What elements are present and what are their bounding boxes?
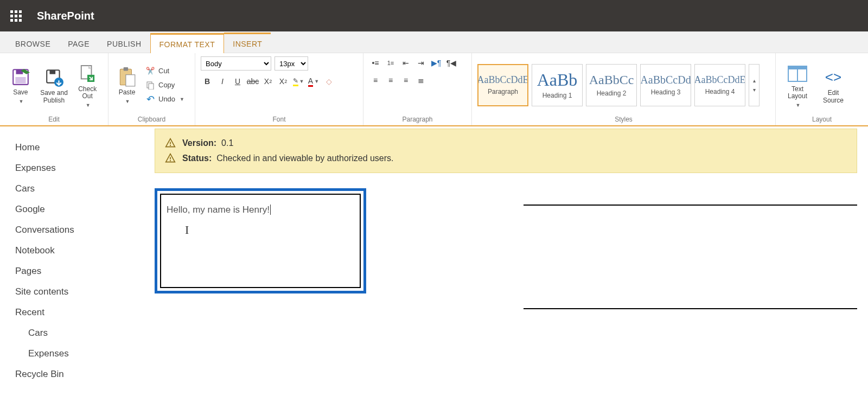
ltr-icon: ▶¶ bbox=[431, 59, 442, 67]
style-gallery: AaBbCcDdE Paragraph AaBb Heading 1 AaBbC… bbox=[477, 64, 760, 106]
chevron-down-icon: ▼ bbox=[180, 97, 184, 102]
undo-icon: ↶ bbox=[145, 94, 155, 104]
version-value: 0.1 bbox=[221, 138, 233, 148]
group-label-layout: Layout bbox=[781, 113, 863, 124]
undo-button[interactable]: ↶ Undo ▼ bbox=[145, 93, 184, 106]
group-label-edit: Edit bbox=[5, 113, 103, 124]
text-layout-icon bbox=[788, 64, 807, 84]
save-and-publish-button[interactable]: Save and Publish bbox=[39, 66, 69, 105]
nav-home[interactable]: Home bbox=[15, 137, 149, 158]
suite-bar: SharePoint bbox=[0, 0, 868, 31]
content-area: Version: 0.1 Status: Checked in and view… bbox=[155, 126, 868, 395]
underline-button[interactable]: U bbox=[231, 75, 244, 88]
copy-label: Copy bbox=[158, 81, 175, 89]
version-label: Version: bbox=[182, 138, 216, 148]
tab-page[interactable]: PAGE bbox=[59, 34, 98, 53]
edit-source-button[interactable]: <> Edit Source bbox=[817, 66, 850, 105]
ltr-button[interactable]: ▶¶ bbox=[430, 56, 443, 69]
ribbon-group-font: Body 13px B I U abc X2 X2 ✎▼ A▼ bbox=[195, 53, 363, 125]
editor-text: Hello, my name is Henry! bbox=[167, 205, 271, 215]
bulleted-list-button[interactable]: •≡ bbox=[369, 56, 382, 69]
nav-recent-expenses[interactable]: Expenses bbox=[15, 343, 149, 364]
ribbon: Save ▼ Save and Publish Check Out ▼ Edit bbox=[0, 53, 868, 126]
chevron-down-icon: ▼ bbox=[125, 99, 130, 104]
nav-conversations[interactable]: Conversations bbox=[15, 220, 149, 240]
svg-point-19 bbox=[170, 160, 171, 161]
nav-site-contents[interactable]: Site contents bbox=[15, 282, 149, 302]
font-size-select[interactable]: 13px bbox=[275, 56, 308, 71]
nav-pages[interactable]: Pages bbox=[15, 261, 149, 282]
strikethrough-button[interactable]: abc bbox=[246, 75, 259, 88]
nav-recent-cars[interactable]: Cars bbox=[15, 323, 149, 343]
justify-button[interactable]: ≣ bbox=[414, 74, 427, 87]
paste-button[interactable]: Paste ▼ bbox=[114, 65, 140, 104]
status-value: Checked in and viewable by authorized us… bbox=[216, 154, 393, 163]
style-heading-2[interactable]: AaBbCc Heading 2 bbox=[586, 64, 637, 106]
style-paragraph[interactable]: AaBbCcDdE Paragraph bbox=[477, 64, 528, 106]
nav-notebook[interactable]: Notebook bbox=[15, 240, 149, 261]
align-left-button[interactable]: ≡ bbox=[369, 74, 382, 87]
justify-icon: ≣ bbox=[418, 76, 424, 85]
font-family-select[interactable]: Body bbox=[201, 56, 271, 71]
text-layout-label: Text Layout bbox=[781, 86, 814, 101]
selected-webpart[interactable]: Hello, my name is Henry! I bbox=[155, 188, 366, 293]
style-heading-3[interactable]: AaBbCcDd Heading 3 bbox=[640, 64, 691, 106]
style-heading-4[interactable]: AaBbCcDdE Heading 4 bbox=[694, 64, 745, 106]
nav-recent[interactable]: Recent bbox=[15, 302, 149, 323]
svg-rect-12 bbox=[149, 84, 154, 90]
save-publish-label: Save and Publish bbox=[39, 90, 69, 105]
webpart-divider bbox=[524, 308, 857, 309]
cut-button[interactable]: ✂️ Cut bbox=[145, 65, 184, 78]
warning-icon bbox=[165, 138, 176, 149]
nav-google[interactable]: Google bbox=[15, 199, 149, 220]
tab-browse[interactable]: BROWSE bbox=[7, 34, 59, 53]
clear-format-button[interactable]: ◇ bbox=[322, 75, 335, 88]
page-body: Home Expenses Cars Google Conversations … bbox=[0, 126, 868, 395]
style-heading-1[interactable]: AaBb Heading 1 bbox=[532, 64, 583, 106]
check-out-label: Check Out bbox=[72, 86, 103, 101]
eraser-icon: ◇ bbox=[326, 77, 332, 86]
highlight-color-button[interactable]: ✎▼ bbox=[292, 75, 305, 88]
check-out-icon bbox=[79, 64, 95, 84]
status-label: Status: bbox=[182, 154, 212, 163]
numbered-list-button[interactable]: 1≡ bbox=[384, 56, 397, 69]
copy-button[interactable]: Copy bbox=[145, 79, 184, 92]
group-label-font: Font bbox=[201, 113, 358, 124]
rtl-icon: ¶◀ bbox=[446, 59, 457, 67]
styles-more-button[interactable]: ▴ ▾ bbox=[749, 64, 760, 106]
edit-source-icon: <> bbox=[825, 68, 841, 87]
indent-button[interactable]: ⇥ bbox=[414, 56, 427, 69]
undo-label: Undo bbox=[158, 95, 175, 103]
outdent-button[interactable]: ⇤ bbox=[399, 56, 412, 69]
tab-format-text[interactable]: FORMAT TEXT bbox=[150, 33, 225, 53]
bold-button[interactable]: B bbox=[201, 75, 214, 88]
font-color-button[interactable]: A▼ bbox=[307, 75, 320, 88]
align-center-button[interactable]: ≡ bbox=[384, 74, 397, 87]
ribbon-group-paragraph: •≡ 1≡ ⇤ ⇥ ▶¶ ¶◀ ≡ ≡ ≡ ≣ Paragraph bbox=[363, 53, 472, 125]
ribbon-group-edit: Save ▼ Save and Publish Check Out ▼ Edit bbox=[0, 53, 108, 125]
quick-launch-nav: Home Expenses Cars Google Conversations … bbox=[0, 126, 155, 395]
align-right-button[interactable]: ≡ bbox=[399, 74, 412, 87]
italic-button[interactable]: I bbox=[216, 75, 229, 88]
outdent-icon: ⇤ bbox=[403, 59, 409, 67]
save-button[interactable]: Save ▼ bbox=[5, 65, 36, 104]
copy-icon bbox=[145, 80, 155, 90]
rtl-button[interactable]: ¶◀ bbox=[445, 56, 458, 69]
tab-publish[interactable]: PUBLISH bbox=[98, 34, 150, 53]
check-out-button[interactable]: Check Out ▼ bbox=[72, 62, 103, 108]
nav-expenses[interactable]: Expenses bbox=[15, 158, 149, 178]
superscript-button[interactable]: X2 bbox=[277, 75, 290, 88]
app-launcher-button[interactable] bbox=[0, 0, 31, 31]
tab-insert[interactable]: INSERT bbox=[224, 33, 271, 53]
subscript-button[interactable]: X2 bbox=[261, 75, 275, 88]
status-bar: Version: 0.1 Status: Checked in and view… bbox=[155, 129, 857, 173]
font-color-icon: A bbox=[308, 76, 313, 87]
chevron-down-icon: ▼ bbox=[796, 103, 801, 108]
text-layout-button[interactable]: Text Layout ▼ bbox=[781, 62, 814, 108]
bullet-list-icon: •≡ bbox=[372, 59, 379, 67]
waffle-icon bbox=[10, 10, 22, 22]
nav-recycle-bin[interactable]: Recycle Bin bbox=[15, 364, 149, 385]
nav-cars[interactable]: Cars bbox=[15, 178, 149, 199]
rich-text-editor[interactable]: Hello, my name is Henry! I bbox=[160, 194, 361, 288]
warning-icon bbox=[165, 153, 176, 164]
